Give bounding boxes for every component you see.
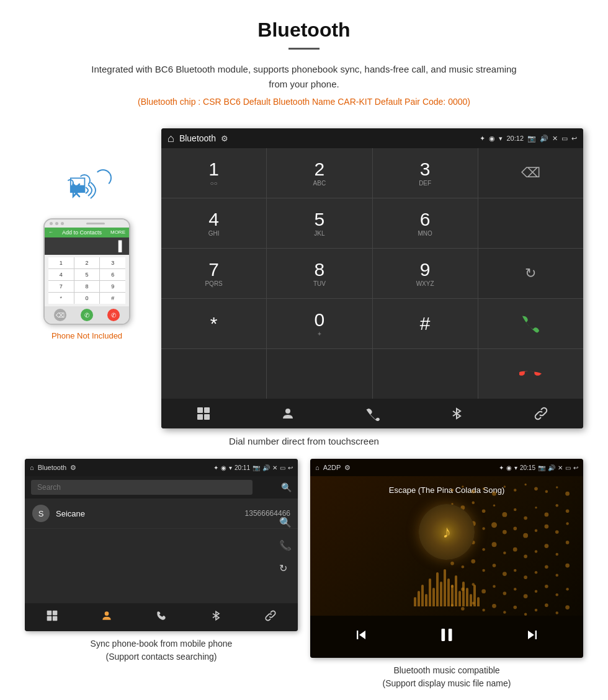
nav-btn-phone[interactable] (365, 406, 380, 421)
dial-key-7[interactable]: 7PQRS (161, 249, 266, 298)
svg-point-41 (523, 533, 528, 538)
pb-contact-avatar: S (32, 505, 50, 522)
pb-win-icon: ▭ (280, 464, 285, 471)
pb-search-icon[interactable]: 🔍 (281, 482, 292, 492)
bluetooth-signal-svg (62, 175, 112, 212)
home-icon[interactable]: ⌂ (168, 132, 174, 145)
music-home-icon[interactable]: ⌂ (315, 464, 320, 471)
pb-wifi-icon: ▾ (229, 464, 232, 471)
green-phone-icon (519, 312, 542, 335)
pb-contact-name: Seicane (56, 509, 245, 518)
music-x-icon: ✕ (558, 464, 563, 471)
pb-side-refresh-icon[interactable]: ↻ (279, 562, 292, 574)
phone-frame: ←Add to ContactsMORE ▌ 123 456 789 *0# ⌫… (43, 218, 130, 325)
svg-rect-2 (197, 414, 203, 420)
dial-key-backspace[interactable]: ⌫ (478, 148, 583, 198)
svg-point-92 (556, 611, 559, 614)
svg-rect-1 (204, 407, 210, 413)
nav-btn-grid[interactable] (196, 406, 211, 421)
svg-point-54 (535, 550, 538, 553)
dial-key-call-green[interactable] (478, 299, 583, 348)
location-icon: ◉ (489, 135, 495, 143)
dial-key-empty-1 (478, 198, 583, 248)
svg-point-37 (482, 527, 485, 530)
svg-point-42 (535, 529, 538, 533)
dial-key-8[interactable]: 8TUV (267, 249, 372, 298)
music-play-pause-btn[interactable] (436, 624, 457, 649)
nav-btn-bluetooth[interactable] (449, 406, 464, 421)
pb-search-input[interactable] (31, 480, 253, 495)
music-waveform (320, 569, 574, 606)
dial-key-4[interactable]: 4GHI (161, 198, 266, 248)
pb-nav-phone[interactable] (155, 609, 168, 625)
phone-top-bar (45, 219, 129, 228)
svg-point-55 (545, 544, 549, 548)
svg-point-45 (566, 522, 569, 525)
music-back-icon: ↩ (573, 464, 578, 471)
svg-point-32 (556, 504, 559, 507)
pb-nav-link[interactable] (264, 609, 277, 625)
music-prev-btn[interactable] (352, 626, 370, 647)
svg-point-53 (524, 555, 527, 559)
music-content: // We'll do this in CSS instead (310, 476, 583, 616)
dial-key-9[interactable]: 9WXYZ (373, 249, 478, 298)
bt-status-icon: ✦ (480, 135, 485, 143)
phonebook-screen: ⌂ Bluetooth ⚙ ✦ ◉ ▾ 20:11 📷 🔊 ✕ ▭ ↩ (25, 459, 298, 631)
page-header: Bluetooth Integrated with BC6 Bluetooth … (0, 0, 608, 128)
music-next-btn[interactable] (524, 626, 541, 647)
svg-point-9 (105, 611, 109, 616)
svg-point-60 (471, 559, 475, 564)
svg-point-52 (513, 547, 517, 552)
music-screen: ⌂ A2DP ⚙ ✦ ◉ ▾ 20:15 📷 🔊 ✕ ▭ ↩ (310, 459, 583, 658)
music-win-icon: ▭ (565, 464, 571, 471)
nav-btn-link[interactable] (534, 406, 548, 421)
svg-point-38 (491, 522, 497, 528)
dial-key-2[interactable]: 2ABC (267, 148, 372, 198)
pb-nav-contacts[interactable] (101, 609, 113, 625)
phone-not-included-label: Phone Not Included (51, 331, 122, 340)
dial-key-5[interactable]: 5JKL (267, 198, 372, 248)
svg-rect-94 (441, 629, 445, 641)
pb-time: 20:11 (235, 464, 250, 471)
pb-search-bar: 🔍 (25, 476, 298, 498)
dial-key-hash[interactable]: # (373, 299, 478, 348)
pb-nav-grid[interactable] (46, 609, 58, 625)
dial-key-empty-4 (373, 349, 478, 399)
svg-point-85 (482, 609, 485, 612)
music-cam-icon: 📷 (538, 464, 545, 471)
dial-key-6[interactable]: 6MNO (373, 198, 478, 248)
pb-home-icon[interactable]: ⌂ (30, 464, 34, 471)
dial-caption: Dial number direct from touchscreen (0, 436, 608, 446)
nav-btn-contacts[interactable] (280, 406, 295, 421)
svg-point-17 (524, 484, 526, 485)
phonebook-caption: Sync phone-book from mobile phone(Suppor… (91, 637, 233, 663)
dial-key-refresh[interactable]: ↻ (478, 249, 583, 298)
svg-point-58 (450, 562, 454, 565)
dial-key-1[interactable]: 1○○ (161, 148, 266, 198)
svg-point-39 (503, 530, 507, 534)
header-divider (288, 48, 320, 50)
music-block: ⌂ A2DP ⚙ ✦ ◉ ▾ 20:15 📷 🔊 ✕ ▭ ↩ (310, 459, 583, 690)
android-dial-screen: ⌂ Bluetooth ⚙ ✦ ◉ ▾ 20:12 📷 🔊 ✕ ▭ ↩ 1○○ (161, 128, 583, 428)
pb-bt-icon: ✦ (213, 464, 218, 471)
pb-side-phone-icon[interactable]: 📞 (279, 539, 292, 551)
svg-point-25 (482, 509, 486, 513)
page-specs: (Bluetooth chip : CSR BC6 Default Blueto… (12, 97, 596, 107)
dial-key-0[interactable]: 0+ (267, 299, 372, 348)
svg-point-10 (451, 489, 454, 492)
svg-point-44 (555, 530, 559, 534)
svg-rect-3 (204, 414, 210, 420)
music-bt-icon: ✦ (499, 464, 504, 471)
svg-point-28 (514, 508, 517, 512)
dial-key-star[interactable]: * (161, 299, 266, 348)
dial-key-call-red[interactable] (478, 349, 583, 399)
pb-cam-icon: 📷 (253, 464, 260, 471)
pb-nav-bluetooth[interactable] (210, 609, 222, 625)
pb-vol-icon: 🔊 (262, 464, 270, 471)
dial-key-3[interactable]: 3DEF (373, 148, 478, 198)
dial-key-empty-3 (267, 349, 372, 399)
svg-point-69 (565, 564, 570, 568)
pb-side-search-icon[interactable]: 🔍 (279, 516, 292, 528)
music-note-icon: ♪ (442, 522, 451, 542)
dial-section: ⬓ ←Ad (0, 128, 608, 428)
